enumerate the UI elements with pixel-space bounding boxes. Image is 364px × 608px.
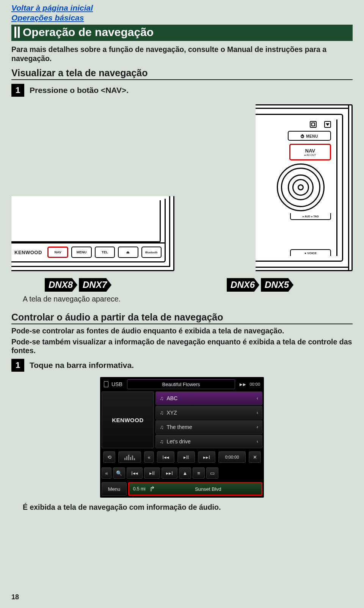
final-text: É exibida a tela de navegação com inform…: [11, 503, 353, 512]
next-button[interactable]: ▸▸I: [162, 467, 177, 479]
info-bar[interactable]: 0.5 mi ↱ Sunset Blvd: [128, 482, 262, 496]
playpause-button[interactable]: ▸II: [144, 467, 160, 479]
next-track-button[interactable]: ▸▸I: [198, 451, 215, 463]
brand-label: KENWOOD: [14, 250, 42, 255]
equalizer-icon: [118, 451, 141, 463]
tag-dnx5: DNX5: [261, 278, 293, 292]
shuffle-button[interactable]: ✕: [249, 451, 261, 463]
step-2-text: Toque na barra informativa.: [30, 361, 134, 370]
heading-visualize: Visualizar a tela de navegação: [11, 68, 353, 80]
section-banner: Operação de navegação: [11, 25, 353, 41]
heading-control-audio: Controlar o áudio a partir da tela de na…: [11, 312, 353, 324]
voice-label: ● VOICE: [290, 249, 331, 256]
page-number: 18: [11, 593, 19, 601]
result-text-a: A tela de navegação aparece.: [11, 295, 353, 303]
device-left-illustration: KENWOOD NAV MENU TEL ⏏ Bluetooth: [11, 196, 174, 271]
intro-text: Para mais detalhes sobre a função de nav…: [11, 45, 353, 63]
chevron-icon: ‹: [257, 410, 258, 415]
banner-bars-icon: [14, 27, 20, 38]
model-tags-row: DNX8 DNX7 DNX6 DNX5: [11, 278, 353, 292]
device-illustrations: KENWOOD NAV MENU TEL ⏏ Bluetooth MENU NA…: [11, 104, 353, 271]
track-list: ♫ABC‹ ♫XYZ‹ ♫The theme‹ ♫Let's drive‹: [155, 391, 262, 448]
repeat-button[interactable]: ⟲: [103, 451, 115, 463]
brand-label: KENWOOD: [112, 417, 144, 423]
album-art-panel: KENWOOD: [102, 391, 154, 448]
nav-button: NAV: [47, 247, 68, 258]
paragraph-2: Pode-se também visualizar a informação d…: [11, 338, 353, 355]
aud-tag-label: ● AUD ● TAG: [290, 213, 331, 220]
tag-dnx8: DNX8: [45, 278, 77, 292]
step-1-text: Pressione o botão <NAV>.: [30, 86, 129, 95]
eject-icon-button[interactable]: ▲: [179, 467, 191, 479]
search-button[interactable]: 🔍: [113, 467, 125, 479]
note-icon: ♫: [160, 424, 164, 430]
volume-knob-icon: [277, 163, 325, 211]
tag-dnx6: DNX6: [227, 278, 259, 292]
prev-button[interactable]: I◂◂: [127, 467, 143, 479]
step-2-row: 1 Toque na barra informativa.: [11, 359, 353, 372]
prev-track-button[interactable]: I◂◂: [157, 451, 174, 463]
list-item[interactable]: ♫Let's drive‹: [155, 435, 262, 448]
chevron-icon: ‹: [257, 396, 258, 401]
collapse-button[interactable]: «: [102, 467, 111, 479]
rewind-button[interactable]: «: [144, 451, 154, 463]
clock-label: 00:00: [249, 382, 260, 386]
turn-arrow-icon: ↱: [149, 485, 155, 493]
bluetooth-button: Bluetooth: [141, 247, 162, 258]
menu-button: MENU: [71, 247, 91, 258]
basics-link[interactable]: Operações básicas: [11, 13, 353, 23]
note-icon: ♫: [160, 438, 164, 445]
distance-label: 0.5 mi: [133, 486, 146, 492]
indicator-icons: [310, 121, 331, 128]
screenshot: USB Beautiful Flowers ▸▸ 00:00 KENWOOD ♫…: [100, 377, 264, 498]
source-label: USB: [111, 381, 122, 387]
note-icon: ♫: [160, 410, 164, 416]
tag-dnx7: DNX7: [79, 278, 111, 292]
nav-pill-button: NAV ● AV-OUT: [289, 144, 331, 160]
usb-icon: [104, 381, 108, 387]
list-button[interactable]: ≡: [193, 467, 205, 479]
step-number-icon: 1: [11, 84, 24, 97]
chevron-icon: ‹: [257, 439, 258, 444]
tel-button: TEL: [95, 247, 115, 258]
chevron-icon: ‹: [257, 424, 258, 430]
section-title: Operação de navegação: [23, 26, 154, 39]
folder-button[interactable]: ▭: [206, 467, 218, 479]
list-item[interactable]: ♫The theme‹: [155, 420, 262, 434]
device-right-illustration: MENU NAV ● AV-OUT ● AUD ● TAG ● VOICE: [256, 104, 353, 271]
elapsed-time: 0:00:00: [218, 451, 246, 463]
step-1-row: 1 Pressione o botão <NAV>.: [11, 84, 353, 97]
now-playing-bar[interactable]: Beautiful Flowers: [127, 379, 235, 389]
fast-forward-icon[interactable]: ▸▸: [240, 381, 246, 387]
list-item[interactable]: ♫XYZ‹: [155, 406, 262, 419]
menu-pill-button: MENU: [288, 131, 331, 141]
destination-label: Sunset Blvd: [159, 486, 257, 492]
play-pause-button[interactable]: ▸II: [177, 451, 195, 463]
step-number-icon: 1: [11, 359, 24, 372]
eject-button: ⏏: [118, 247, 138, 258]
menu-button[interactable]: Menu: [102, 482, 127, 496]
list-item[interactable]: ♫ABC‹: [155, 391, 262, 405]
home-link[interactable]: Voltar à página inicial: [11, 3, 353, 13]
paragraph-1: Pode-se controlar as fontes de áudio enq…: [11, 327, 353, 335]
note-icon: ♫: [160, 395, 164, 401]
